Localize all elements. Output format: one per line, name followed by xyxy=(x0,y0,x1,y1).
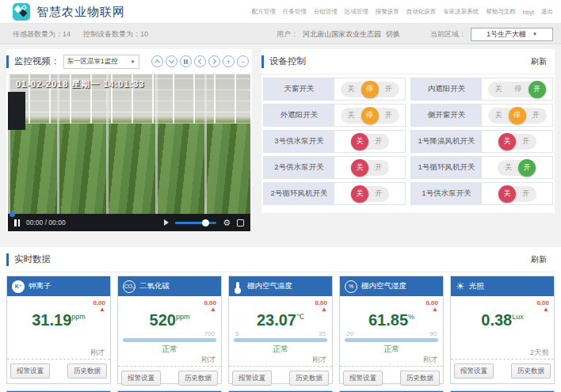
sensor-card: %棚内空气湿度0.00▲61.85%2090正常刚才报警设置历史数据 xyxy=(339,276,444,384)
realtime-panel-title: 实时数据 xyxy=(14,253,51,265)
switch-option[interactable]: 关 xyxy=(342,82,361,97)
delta-up-icon: ▲ xyxy=(93,306,105,313)
delta-up-icon: ▲ xyxy=(426,306,438,313)
sensor-cards-row: K⁺钾离子0.00▲31.19ppm刚才报警设置历史数据CO₂二氧化碳0.00▲… xyxy=(6,276,555,384)
video-panel: 监控视频： 东一区温室1监控 ▼ + − 01-02-2018 星期一 14:0… xyxy=(6,49,252,231)
range-max: 700 xyxy=(204,330,215,338)
switch-option[interactable]: 开 xyxy=(526,108,546,124)
ptz-down-button[interactable] xyxy=(166,55,177,67)
switch-option-active[interactable]: 停 xyxy=(361,81,379,98)
device-switch-cell: 外遮阳开关关停开 xyxy=(263,104,406,127)
history-data-button[interactable]: 历史数据 xyxy=(400,371,440,386)
sensor-card-footer: 报警设置历史数据 xyxy=(340,366,443,390)
user-name: 河北唐山国家农业生态园 xyxy=(303,29,381,40)
delta-indicator: 0.00▲ xyxy=(204,298,216,313)
nav-item-8[interactable]: hbyt xyxy=(523,9,534,16)
range-min: 20 xyxy=(346,330,353,338)
camera-select[interactable]: 东一区温室1监控 ▼ xyxy=(63,55,139,69)
switch-option[interactable]: 开 xyxy=(368,134,388,150)
switch-option[interactable]: 开 xyxy=(379,108,399,124)
pause-icon[interactable] xyxy=(14,219,20,226)
device-counts: 传感器数量为：14 控制设备数量为：10 xyxy=(13,24,148,44)
ptz-up-button[interactable] xyxy=(151,55,163,67)
alarm-settings-button[interactable]: 报警设置 xyxy=(343,371,383,386)
smart-agriculture-dashboard: 智慧农业物联网 配方管理任务管理分组管理区域管理报警设置自动化设置专家决策系统帮… xyxy=(0,0,561,392)
alarm-settings-button[interactable]: 报警设置 xyxy=(10,363,50,379)
nav-item-9[interactable]: 退出 xyxy=(541,8,553,16)
realtime-refresh-link[interactable]: 刷新 xyxy=(531,254,547,265)
zoom-out-button[interactable]: − xyxy=(237,55,249,67)
history-data-button[interactable]: 历史数据 xyxy=(67,363,107,379)
device-switch-cell: 1号降温风机开关关开 xyxy=(410,130,553,153)
device-switch-cell: 3号供水泵开关关开 xyxy=(263,130,406,153)
video-feed[interactable]: 01-02-2018 星期一 14:01:33 xyxy=(8,74,250,214)
switch-option-active[interactable]: 停 xyxy=(509,107,526,124)
switch-option[interactable]: 开 xyxy=(368,160,388,176)
humidity-icon: % xyxy=(345,280,357,293)
sensor-value: 520ppm xyxy=(123,312,216,328)
switch-group: 关停开 xyxy=(341,108,399,124)
nav-item-0[interactable]: 配方管理 xyxy=(252,8,276,16)
switch-option-active[interactable]: 关 xyxy=(498,133,516,150)
switch-option[interactable]: 关 xyxy=(489,108,509,124)
delta-indicator: 0.00▲ xyxy=(536,298,549,313)
switch-option-active[interactable]: 关 xyxy=(351,185,368,203)
alarm-settings-button[interactable]: 报警设置 xyxy=(454,363,494,379)
history-data-button[interactable]: 历史数据 xyxy=(511,363,551,379)
region-select[interactable]: 1号生产大棚 ▼ xyxy=(471,28,553,41)
ptz-pause-button[interactable] xyxy=(180,55,192,67)
alarm-settings-button[interactable]: 报警设置 xyxy=(121,371,161,386)
nav-item-1[interactable]: 任务管理 xyxy=(283,8,307,16)
switch-option-active[interactable]: 关 xyxy=(351,133,368,150)
zoom-in-button[interactable]: + xyxy=(223,55,235,67)
nav-item-6[interactable]: 专家决策系统 xyxy=(443,8,479,16)
nav-item-2[interactable]: 分组管理 xyxy=(314,8,338,16)
device-label: 3号供水泵开关 xyxy=(264,131,334,152)
switch-option[interactable]: 关 xyxy=(489,82,509,97)
nav-item-7[interactable]: 帮助与文档 xyxy=(486,8,516,16)
range-bar: 700 xyxy=(123,330,216,342)
range-track xyxy=(345,338,438,342)
settings-gear-icon[interactable]: ⚙ xyxy=(223,219,231,227)
switch-user-link[interactable]: 切换 xyxy=(386,29,400,40)
nav-item-3[interactable]: 区域管理 xyxy=(345,8,368,16)
switch-group: 关开 xyxy=(498,186,536,202)
switch-option-active[interactable]: 关 xyxy=(351,159,368,177)
device-switch-row: 外遮阳开关关停开侧开窗开关关停开 xyxy=(263,104,553,127)
fullscreen-icon[interactable] xyxy=(237,219,244,226)
switch-option[interactable]: 开 xyxy=(516,186,536,202)
ptz-right-button[interactable] xyxy=(208,55,220,67)
ptz-controls: + − xyxy=(151,55,249,67)
switch-option-active[interactable]: 停 xyxy=(361,107,379,124)
switch-option-active[interactable]: 开 xyxy=(529,81,546,98)
device-switch-grid: 天窗开关关停开内遮阳开关关停开外遮阳开关关停开侧开窗开关关停开3号供水泵开关关开… xyxy=(261,74,555,205)
switch-option[interactable]: 停 xyxy=(509,82,529,97)
ptz-left-button[interactable] xyxy=(194,55,206,67)
volume-slider[interactable] xyxy=(175,222,216,224)
seek-handle[interactable] xyxy=(10,211,15,217)
history-data-button[interactable]: 历史数据 xyxy=(289,371,329,386)
potassium-icon: K⁺ xyxy=(12,280,25,293)
switch-option[interactable]: 开 xyxy=(368,186,388,202)
app-title: 智慧农业物联网 xyxy=(36,5,125,20)
device-switch-cell: 2号供水泵开关关开 xyxy=(263,156,406,179)
switch-option-active[interactable]: 开 xyxy=(518,159,536,177)
control-device-count-label: 控制设备数量为：10 xyxy=(83,29,148,40)
switch-option[interactable]: 关 xyxy=(498,160,518,176)
history-data-button[interactable]: 历史数据 xyxy=(178,371,218,386)
switch-option-active[interactable]: 关 xyxy=(498,185,516,203)
switch-option[interactable]: 开 xyxy=(516,134,536,150)
switch-option[interactable]: 开 xyxy=(379,82,399,97)
nav-item-5[interactable]: 自动化设置 xyxy=(406,8,437,16)
region-label: 当前区域： xyxy=(430,29,466,40)
switch-option[interactable]: 关 xyxy=(342,108,361,124)
device-panel-title: 设备控制 xyxy=(269,55,306,67)
volume-icon[interactable] xyxy=(164,219,169,226)
range-bar: 535 xyxy=(234,330,327,342)
nav-item-4[interactable]: 报警设置 xyxy=(376,8,399,16)
alarm-settings-button[interactable]: 报警设置 xyxy=(232,371,272,386)
equipment-box xyxy=(8,92,25,130)
video-panel-header: 监控视频： 东一区温室1监控 ▼ + − xyxy=(6,49,252,74)
user-label: 用户： xyxy=(277,29,298,40)
device-refresh-link[interactable]: 刷新 xyxy=(531,56,547,67)
